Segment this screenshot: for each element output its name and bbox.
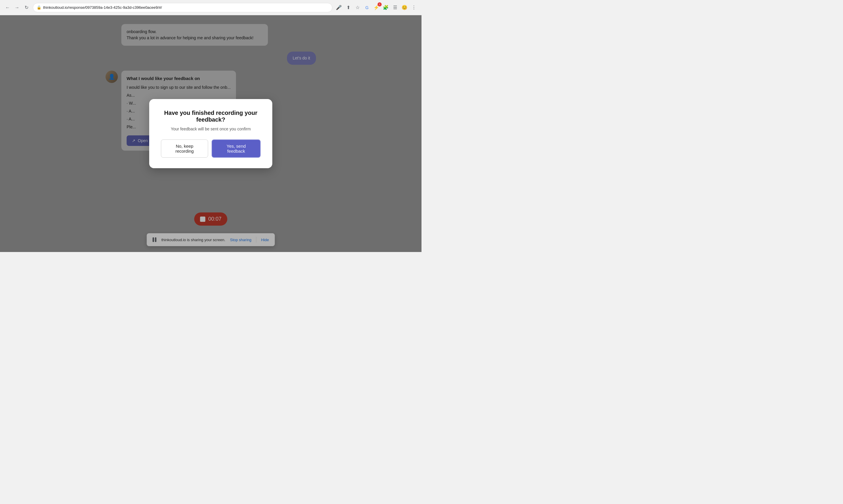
modal-title: Have you finished recording your feedbac… [161,110,261,123]
puzzle-button[interactable]: 🧩 [382,3,390,12]
forward-button[interactable]: → [13,3,21,12]
confirmation-modal: Have you finished recording your feedbac… [149,99,272,168]
extension-wrapper: ⚡ 1 [372,3,380,12]
translate-icon[interactable]: G [363,3,371,12]
modal-buttons: No, keep recording Yes, send feedback [161,140,261,158]
emoji-button[interactable]: 😊 [400,3,409,12]
page-content: onboarding flow. Thank you a lot in adva… [0,15,422,252]
nav-buttons: ← → ↻ [3,3,31,12]
back-button[interactable]: ← [3,3,12,12]
browser-actions: 🎤 ⬆ ☆ G ⚡ 1 🧩 ☰ 😊 ⋮ [335,3,418,12]
browser-chrome: ← → ↻ 🔒 thinkoutloud.io/response/0973859… [0,0,422,15]
modal-subtitle: Your feedback will be sent once you conf… [161,127,261,131]
share-button[interactable]: ⬆ [344,3,352,12]
reload-button[interactable]: ↻ [22,3,31,12]
list-button[interactable]: ☰ [391,3,399,12]
send-feedback-button[interactable]: Yes, send feedback [212,140,261,158]
microphone-button[interactable]: 🎤 [335,3,343,12]
address-bar[interactable]: 🔒 thinkoutloud.io/response/0973859a-14e3… [33,3,333,12]
more-button[interactable]: ⋮ [410,3,418,12]
modal-overlay: Have you finished recording your feedbac… [0,15,422,252]
lock-icon: 🔒 [37,5,41,10]
bookmark-button[interactable]: ☆ [354,3,362,12]
url-text: thinkoutloud.io/response/0973859a-14e3-4… [43,5,162,10]
extension-badge: 1 [378,2,382,6]
keep-recording-button[interactable]: No, keep recording [161,140,208,158]
